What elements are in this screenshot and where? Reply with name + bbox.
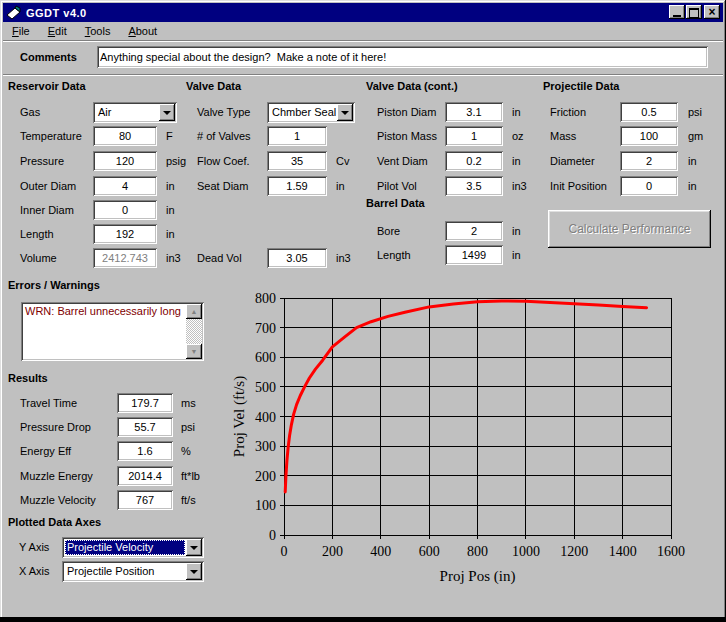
menu-bar: File Edit Tools About [3,22,723,40]
vent-diam-label: Vent Diam [377,151,428,171]
diameter-unit: in [688,151,697,171]
maximize-button[interactable] [686,5,702,19]
friction-field[interactable] [620,102,678,122]
piston-diam-field[interactable] [445,102,503,122]
energy-eff-label: Energy Eff [20,441,71,461]
x-axis-dropdown-button[interactable] [186,563,202,580]
pilot-vol-field[interactable] [445,176,503,196]
svg-text:700: 700 [255,321,276,336]
diameter-field[interactable] [620,151,678,171]
calculate-performance-button[interactable]: Calculate Performance [548,210,711,248]
menu-edit[interactable]: Edit [39,23,76,39]
gas-combobox-value: Air [96,105,158,120]
desktop-edge [0,617,726,622]
gas-combobox[interactable]: Air [93,102,177,123]
seat-diam-unit: in [336,176,345,196]
dead-vol-unit: in3 [336,248,351,268]
projectile-section-title: Projectile Data [543,80,619,92]
x-axis-combobox[interactable]: Projectile Position [62,561,204,582]
barrel-length-field[interactable] [445,245,503,265]
divider [3,40,723,42]
piston-mass-field[interactable] [445,126,503,146]
menu-file[interactable]: File [3,23,39,39]
outer-diam-field[interactable] [93,176,157,196]
app-icon[interactable] [6,5,22,21]
inner-diam-field[interactable] [93,200,157,220]
muzzle-energy-label: Muzzle Energy [20,466,93,486]
valve-section-title: Valve Data [186,80,241,92]
y-axis-combobox[interactable]: Projectile Velocity [62,537,204,558]
bore-field[interactable] [445,221,503,241]
pressure-drop-unit: psi [181,417,195,437]
chevron-down-icon [341,111,349,115]
temperature-field[interactable] [93,126,157,146]
svg-text:800: 800 [467,544,488,559]
diameter-label: Diameter [550,151,595,171]
volume-label: Volume [20,248,57,268]
volume-field [93,248,157,268]
length-field[interactable] [93,224,157,244]
chevron-up-icon: ▲ [191,308,198,315]
app-window: GGDT v4.0 × File Edit Tools About Commen… [0,0,726,622]
mass-field[interactable] [620,126,678,146]
x-axis-label: X Axis [19,561,50,581]
seat-diam-field[interactable] [267,176,327,196]
valve-type-combobox[interactable]: Chmber Seal [267,102,355,123]
pressure-field[interactable] [93,151,157,171]
piston-diam-label: Piston Diam [377,102,436,122]
performance-chart: 0200400600800100012001400160001002003004… [230,283,690,593]
svg-text:200: 200 [255,469,276,484]
svg-text:0: 0 [269,528,276,543]
pressure-drop-field [117,417,173,437]
friction-unit: psi [688,102,702,122]
reservoir-section-title: Reservoir Data [8,80,86,92]
travel-time-unit: ms [181,393,196,413]
temperature-unit: F [166,126,173,146]
vent-diam-unit: in [512,151,521,171]
init-position-label: Init Position [550,176,607,196]
errors-listbox[interactable]: WRN: Barrel unnecessarily long ▲ ▼ [21,302,204,361]
svg-text:200: 200 [322,544,343,559]
minimize-button[interactable] [669,5,685,19]
svg-text:400: 400 [255,410,276,425]
init-position-unit: in [688,176,697,196]
num-valves-field[interactable] [267,126,327,146]
comments-input[interactable] [97,46,708,68]
energy-eff-field [117,441,173,461]
mass-unit: gm [688,126,703,146]
vent-diam-field[interactable] [445,151,503,171]
flow-coef-unit: Cv [336,151,349,171]
pilot-vol-unit: in3 [512,176,527,196]
valve-type-dropdown-button[interactable] [337,104,353,121]
flow-coef-field[interactable] [267,151,327,171]
scroll-down-button[interactable]: ▼ [186,344,202,359]
barrel-section-title: Barrel Data [366,197,425,209]
chevron-down-icon [190,570,198,574]
length-unit: in [166,224,175,244]
close-icon: × [704,6,720,19]
valve-type-combobox-value: Chmber Seal [270,105,336,120]
gas-dropdown-button[interactable] [159,104,175,121]
piston-diam-unit: in [512,102,521,122]
temperature-label: Temperature [20,126,82,146]
chevron-down-icon: ▼ [191,348,198,355]
scroll-up-button[interactable]: ▲ [186,304,202,319]
dead-vol-field[interactable] [267,248,327,268]
outer-diam-unit: in [166,176,175,196]
close-button[interactable]: × [704,5,720,19]
menu-about[interactable]: About [119,23,166,39]
friction-label: Friction [550,102,586,122]
menu-tools[interactable]: Tools [76,23,120,39]
warning-message: WRN: Barrel unnecessarily long [25,305,181,317]
errors-scrollbar[interactable]: ▲ ▼ [186,304,202,359]
chevron-down-icon [163,111,171,115]
gas-label: Gas [20,102,40,122]
pressure-drop-label: Pressure Drop [20,417,91,437]
y-axis-dropdown-button[interactable] [186,539,202,556]
results-section-title: Results [8,372,48,384]
init-position-field[interactable] [620,176,678,196]
comments-label: Comments [20,51,77,63]
maximize-icon [689,8,699,18]
muzzle-velocity-unit: ft/s [181,490,196,510]
svg-text:400: 400 [370,544,391,559]
